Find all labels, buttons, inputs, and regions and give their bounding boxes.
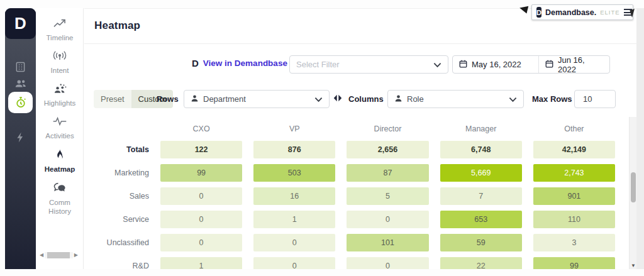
broadcast-icon	[52, 50, 67, 64]
heatmap-cell[interactable]: 7	[440, 187, 522, 205]
sidebar-item-label: Highlights	[44, 99, 76, 108]
rows-label: Rows	[157, 94, 179, 104]
demandbase-logo-icon: D	[536, 7, 541, 18]
heatmap-cell[interactable]: 0	[253, 257, 335, 269]
rows-value: Department	[203, 94, 310, 104]
flame-icon	[55, 148, 65, 163]
max-rows-label: Max Rows	[532, 94, 572, 104]
heatmap-cell[interactable]: 59	[440, 234, 522, 251]
max-rows-input[interactable]	[574, 90, 616, 108]
heatmap-cell[interactable]: 101	[347, 234, 428, 251]
filter-placeholder: Select Filter	[296, 60, 429, 69]
heatmap-cell[interactable]: 0	[347, 257, 428, 269]
demandbase-d-icon: D	[192, 58, 199, 69]
row-label: Unclassified	[94, 234, 149, 251]
heatmap-cell[interactable]: 99	[533, 257, 615, 269]
sidebar-item-comm-history[interactable]: Comm History	[38, 177, 82, 219]
start-date-field[interactable]: May 16, 2022	[453, 56, 539, 73]
heatmap-cell[interactable]: 6,748	[440, 141, 522, 158]
sidebar-horizontal-scrollbar: ◀ ▶	[40, 251, 78, 259]
heatmap-cell[interactable]: 122	[160, 141, 242, 158]
row-label: Sales	[94, 187, 149, 205]
heatmap-cell[interactable]: 0	[160, 234, 242, 251]
preset-option[interactable]: Preset	[94, 90, 131, 108]
heatmap-cell[interactable]: 1	[160, 257, 242, 269]
view-link-label: View in Demandbase	[203, 58, 287, 68]
lightning-icon[interactable]	[5, 129, 36, 145]
sidebar-item-label: Heatmap	[45, 165, 75, 174]
scrollbar-track[interactable]	[45, 252, 73, 258]
scrollbar-thumb[interactable]	[631, 172, 636, 202]
columns-value: Role	[407, 94, 504, 104]
page-title: Heatmap	[94, 19, 140, 32]
heatmap-cell[interactable]: 22	[440, 257, 522, 269]
column-header: CXO	[160, 124, 242, 133]
sidebar-item-label: Comm History	[40, 198, 79, 216]
start-date-value: May 16, 2022	[472, 60, 521, 69]
demandbase-logo[interactable]: D	[5, 8, 36, 39]
heatmap-cell[interactable]: 5,669	[440, 164, 522, 182]
sidebar-item-activities[interactable]: Activities	[36, 111, 84, 144]
calendar-icon	[545, 60, 553, 70]
heatmap-cell[interactable]: 0	[253, 234, 335, 251]
heatmap-cell[interactable]: 42,149	[533, 141, 615, 158]
people-icon[interactable]	[5, 75, 36, 92]
swap-rows-columns-icon[interactable]	[333, 94, 343, 105]
end-date-value: Jun 16, 2022	[558, 55, 603, 74]
stopwatch-icon[interactable]	[8, 92, 33, 113]
sidebar-item-heatmap[interactable]: Heatmap	[36, 144, 84, 177]
select-filter-dropdown[interactable]: Select Filter	[289, 55, 448, 74]
column-header: Director	[347, 124, 428, 133]
heatmap-cell[interactable]: 0	[160, 211, 242, 228]
heatmap-cell[interactable]: 16	[253, 187, 335, 205]
sidebar-item-intent[interactable]: Intent	[36, 46, 84, 79]
heatmap-cell[interactable]: 901	[533, 187, 615, 205]
heatmap-cell[interactable]: 503	[253, 164, 335, 182]
heatmap-cell[interactable]: 1	[253, 211, 335, 228]
sidebar-item-timeline[interactable]: Timeline	[36, 13, 84, 46]
heatmap-cell[interactable]: 876	[253, 141, 335, 158]
page: D	[0, 0, 644, 276]
scroll-right-icon[interactable]: ▶	[74, 251, 78, 259]
heatmap-cell[interactable]: 2,656	[347, 141, 428, 158]
sidebar-item-label: Timeline	[46, 33, 73, 42]
secondary-sidebar: Timeline Intent Highlights	[36, 8, 84, 269]
page-gutter	[636, 8, 644, 269]
heatmap-cell[interactable]: 110	[533, 211, 615, 228]
chevron-down-icon	[433, 59, 441, 70]
people-group-icon	[52, 83, 67, 97]
person-icon	[394, 94, 402, 105]
sidebar-item-label: Activities	[45, 131, 74, 140]
column-header: Other	[533, 124, 615, 133]
rows-dropdown[interactable]: Department	[184, 90, 330, 108]
columns-dropdown[interactable]: Role	[387, 90, 524, 108]
building-icon[interactable]	[5, 58, 36, 75]
brand-name: Demandbase.	[545, 8, 596, 17]
header-divider	[84, 43, 636, 44]
column-header: Manager	[440, 124, 522, 133]
sidebar-item-highlights[interactable]: Highlights	[36, 79, 84, 111]
scrollbar-thumb[interactable]	[47, 252, 70, 258]
chevron-down-icon	[509, 94, 517, 105]
heatmap-table: CXOVPDirectorManagerOtherTotals1228762,6…	[94, 123, 615, 269]
end-date-field[interactable]: Jun 16, 2022	[539, 56, 609, 73]
pulse-icon	[52, 116, 67, 130]
column-header: VP	[253, 124, 335, 133]
scroll-left-icon[interactable]: ◀	[40, 251, 43, 259]
main-content: Heatmap D View in Demandbase Select Filt…	[84, 8, 636, 269]
heatmap-cell[interactable]: 0	[347, 211, 428, 228]
view-in-demandbase-link[interactable]: D View in Demandbase	[192, 58, 287, 69]
heatmap-cell[interactable]: 87	[347, 164, 428, 182]
row-label: Marketing	[94, 164, 149, 182]
scroll-down-icon[interactable]: ▼	[630, 263, 636, 268]
person-icon	[191, 94, 199, 105]
heatmap-cell[interactable]: 2,743	[533, 164, 615, 182]
heatmap-cell[interactable]: 0	[160, 187, 242, 205]
vertical-scrollbar[interactable]: ▼	[629, 117, 636, 269]
heatmap-cell[interactable]: 5	[347, 187, 428, 205]
heatmap-cell[interactable]: 653	[440, 211, 522, 228]
row-label: Service	[94, 211, 149, 228]
heatmap-cell[interactable]: 3	[533, 234, 615, 251]
calendar-icon	[459, 60, 467, 70]
heatmap-cell[interactable]: 99	[160, 164, 242, 182]
